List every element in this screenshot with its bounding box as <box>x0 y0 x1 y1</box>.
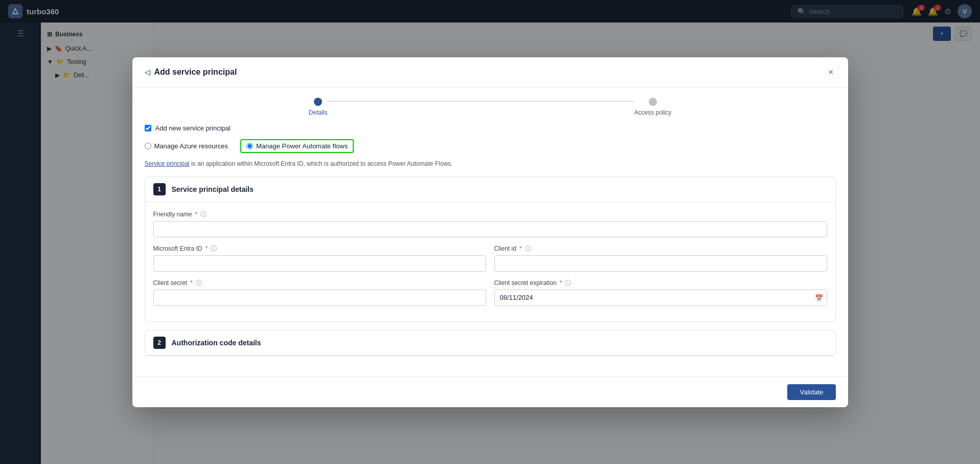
expiration-input[interactable] <box>494 290 827 306</box>
step-circle-access <box>649 98 657 106</box>
expiration-input-wrapper: 📅 <box>494 290 827 306</box>
stepper: Details Access policy <box>132 87 848 124</box>
section-1-body: Friendly name* ⓘ Microsoft Entra ID* ⓘ <box>145 202 835 321</box>
section-2-header: 2 Authorization code details <box>145 330 835 356</box>
radio-azure-input[interactable] <box>145 143 151 149</box>
entra-id-group: Microsoft Entra ID* ⓘ <box>153 245 486 272</box>
step-label-details: Details <box>309 109 328 116</box>
modal-body: Add new service principal Manage Azure r… <box>132 124 848 377</box>
modal-close-button[interactable]: × <box>826 65 836 79</box>
add-new-checkbox[interactable] <box>145 125 151 131</box>
friendly-name-input[interactable] <box>153 221 827 237</box>
calendar-icon[interactable]: 📅 <box>815 294 823 301</box>
modal-title-icon: ◁ <box>145 68 150 76</box>
friendly-name-info-icon[interactable]: ⓘ <box>200 210 207 219</box>
modal-footer: Validate <box>132 377 848 407</box>
client-secret-group: Client secret* ⓘ <box>153 279 486 306</box>
client-id-info-icon[interactable]: ⓘ <box>525 245 531 253</box>
info-text: Service principal is an application with… <box>145 159 836 168</box>
section-1-card: 1 Service principal details Friendly nam… <box>145 176 836 322</box>
modal-title-text: Add service principal <box>154 68 237 77</box>
service-principal-link[interactable]: Service principal <box>145 160 190 167</box>
entra-client-row: Microsoft Entra ID* ⓘ Client id* ⓘ <box>153 245 827 272</box>
client-id-input[interactable] <box>494 255 827 272</box>
modal-title-container: ◁ Add service principal <box>145 68 237 77</box>
add-new-checkbox-row: Add new service principal <box>145 124 836 132</box>
section-1-header: 1 Service principal details <box>145 177 835 202</box>
expiration-info-icon[interactable]: ⓘ <box>565 279 571 288</box>
radio-manage-azure[interactable]: Manage Azure resources <box>145 142 229 150</box>
section-2-card: 2 Authorization code details <box>145 330 836 356</box>
radio-manage-power-automate[interactable]: Manage Power Automate flows <box>240 139 354 153</box>
radio-azure-label: Manage Azure resources <box>154 142 229 150</box>
section-1-title: Service principal details <box>172 185 254 193</box>
client-secret-expiration-group: Client secret expiration* ⓘ 📅 <box>494 279 827 306</box>
radio-options-row: Manage Azure resources Manage Power Auto… <box>145 139 836 153</box>
modal-header: ◁ Add service principal × <box>132 57 848 87</box>
step-label-access: Access policy <box>634 109 671 116</box>
section-2-number: 2 <box>153 337 166 349</box>
client-secret-info-icon[interactable]: ⓘ <box>196 279 202 288</box>
friendly-name-group: Friendly name* ⓘ <box>153 210 827 237</box>
step-circle-details <box>314 98 322 106</box>
add-new-label: Add new service principal <box>155 124 231 132</box>
step-details: Details <box>309 98 328 116</box>
client-secret-input[interactable] <box>153 290 486 306</box>
radio-power-label: Manage Power Automate flows <box>256 142 348 150</box>
radio-power-input[interactable] <box>246 143 253 149</box>
friendly-name-label: Friendly name* ⓘ <box>153 210 827 219</box>
client-id-group: Client id* ⓘ <box>494 245 827 272</box>
secret-expiration-row: Client secret* ⓘ Client secret expiratio… <box>153 279 827 306</box>
section-1-number: 1 <box>153 183 166 195</box>
step-connector <box>327 101 634 102</box>
section-2-title: Authorization code details <box>172 339 261 347</box>
entra-id-input[interactable] <box>153 255 486 272</box>
validate-button[interactable]: Validate <box>787 384 835 400</box>
add-service-principal-modal: ◁ Add service principal × Details Access… <box>132 57 848 407</box>
entra-id-info-icon[interactable]: ⓘ <box>211 245 217 253</box>
step-access-policy: Access policy <box>634 98 671 116</box>
